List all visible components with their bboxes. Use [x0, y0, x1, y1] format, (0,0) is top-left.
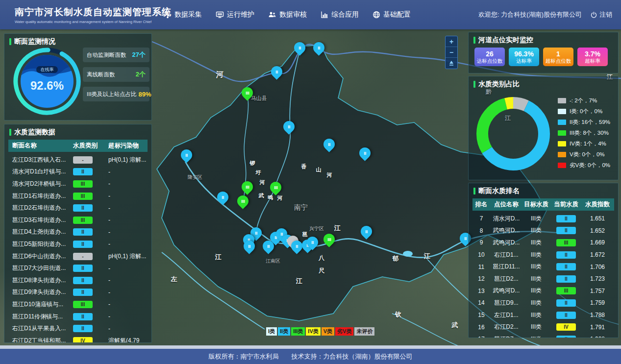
zoom-in-button[interactable]: + — [446, 36, 457, 47]
extent-icon — [448, 60, 454, 66]
marker-grade-label: II — [328, 142, 330, 147]
map-legend-item[interactable]: I类 — [266, 327, 277, 336]
quality-table-row[interactable]: 邕江D2石埠街道办...II- — [8, 202, 148, 214]
quality-table-row[interactable]: 邕江D4上尧街道办...II- — [8, 226, 148, 239]
logout-label: 注销 — [599, 10, 612, 19]
pie-legend-item: 劣V类: 0个，0% — [558, 162, 610, 169]
section-name: 邕江D8津头街道办... — [8, 276, 73, 285]
grade-badge: II — [556, 275, 576, 283]
copyright-text: 版权所有：南宁市水利局 技术支持：力合科技（湖南）股份有限公司 — [209, 352, 413, 361]
nav-data-audit[interactable]: 数据审核 — [268, 10, 307, 19]
quality-table-row[interactable]: 邕江D9津头街道办...II- — [8, 287, 148, 299]
nav-data-collection[interactable]: 数据采集 — [164, 10, 202, 19]
legend-label: III类: 8个，30% — [570, 129, 609, 137]
realtime-monitor-panel: 河道点位实时监控 26达标点位数96.3%达标率1超标点位数3.7%超标率 — [468, 32, 619, 73]
quality-table-row[interactable]: 邕江D11伶俐镇与...II- — [8, 311, 148, 323]
marker-grade-label: II — [288, 124, 290, 129]
panel-title: 水质类别占比 — [478, 80, 520, 89]
rank-table-row[interactable]: 14邕江D9...III类II1.759 — [472, 297, 614, 309]
quality-table-row[interactable]: 右江D2丁当镇和那...IV溶解氧(4.79 — [8, 335, 148, 343]
realtime-card[interactable]: 96.3%达标率 — [509, 48, 539, 66]
rank-index: 1.759 — [582, 299, 613, 306]
pollutant: - — [108, 313, 149, 320]
quality-table-row[interactable]: 邕江D8津头街道办...II- — [8, 274, 148, 287]
realtime-cards: 26达标点位数96.3%达标率1超标点位数3.7%超标率 — [469, 47, 618, 66]
rank-name: 武鸣河D... — [490, 226, 522, 235]
rank-panel: 断面水质排名 排名 点位名称 目标水质 当前水质 水质指数 7清水河D...II… — [468, 183, 619, 338]
map-legend-item[interactable]: III类 — [291, 327, 305, 336]
col-current-grade: 当前水质 — [550, 200, 582, 209]
quality-table-row[interactable]: 清水河D1白圩镇与...II- — [8, 166, 148, 178]
grade-badge: - — [73, 253, 93, 260]
pollutant: pH(0,1) 溶解... — [108, 252, 149, 261]
grade-badge: II — [73, 265, 93, 272]
legend-swatch — [558, 109, 566, 114]
nav-basic-config[interactable]: 基础配置 — [373, 10, 411, 19]
legend-swatch — [558, 130, 566, 136]
rank-table-row[interactable]: 12邕江D2...III类II1.723 — [472, 273, 614, 285]
logout-button[interactable]: 注销 — [591, 10, 612, 19]
quality-table-row[interactable]: 右江D1从平果县入...II- — [8, 322, 148, 335]
globe-icon — [373, 11, 380, 19]
rank-index: 1.706 — [582, 264, 613, 270]
realtime-card[interactable]: 1超标点位数 — [543, 48, 573, 66]
rank-target: III类 — [522, 335, 550, 338]
pollutant: - — [108, 193, 149, 199]
pie-legend-item: II类: 16个，59% — [558, 119, 610, 126]
pie-legend-item: I类: 0个，0% — [558, 108, 610, 115]
title-accent-bar — [9, 129, 11, 136]
gauge-value: 92.6% — [30, 79, 64, 92]
map-legend-item[interactable]: IV类 — [306, 327, 320, 336]
quality-table-row[interactable]: 邕江D1石埠街道办...III- — [8, 190, 148, 202]
nav-operation-maintenance[interactable]: 运行维护 — [216, 10, 254, 19]
rank-rank: 12 — [472, 275, 490, 282]
map-legend-item[interactable]: II类 — [278, 327, 290, 336]
nav-label: 运行维护 — [227, 10, 254, 19]
marker-grade-label: II — [296, 244, 298, 249]
realtime-card[interactable]: 3.7%超标率 — [577, 48, 608, 66]
rank-rank: 11 — [472, 264, 490, 270]
section-name: 邕江D4上尧街道办... — [8, 228, 73, 236]
quality-table-row[interactable]: 邕江D10蒲庙镇与...III- — [8, 298, 148, 311]
rank-rank: 10 — [472, 251, 490, 258]
quality-table-row[interactable]: 邕江D7大沙田街道...II- — [8, 262, 148, 274]
rank-target: III类 — [522, 299, 550, 307]
quality-table-row[interactable]: 左江D3江西镇入石...-pH(0,1) 溶解... — [8, 154, 148, 166]
rank-table-row[interactable]: 10右江D1...III类II1.672 — [472, 249, 614, 261]
rank-table-row[interactable]: 7清水河D...III类II1.651 — [472, 213, 614, 225]
top-header: 南宁市河长制水质自动监测管理系统 Water quality automatic… — [0, 0, 621, 29]
pollutant: - — [108, 169, 149, 175]
rank-name: 邕江D11... — [490, 263, 522, 271]
rank-table-row[interactable]: 9武鸣河D...III类III1.669 — [472, 237, 614, 249]
nav-comprehensive-app[interactable]: 综合应用 — [321, 10, 359, 19]
rank-table-row[interactable]: 8武鸣河D...III类II1.652 — [472, 225, 614, 237]
rank-table-row[interactable]: 17邕江D7...III类II1.908 — [472, 333, 614, 338]
rank-table-row[interactable]: 16右江D2...III类IV1.791 — [472, 321, 614, 333]
quality-table-row[interactable]: 清水河D2洋桥镇与...III- — [8, 178, 148, 190]
panel-title-row: 水质监测数据 — [4, 124, 151, 139]
map-legend-item[interactable]: 未评价 — [354, 327, 374, 336]
rank-rank: 13 — [472, 288, 490, 294]
quality-table-row[interactable]: 邕江D3石埠街道办...III- — [8, 214, 148, 226]
pie-legend-item: III类: 8个，30% — [558, 129, 610, 137]
map-legend-item[interactable]: V类 — [322, 327, 334, 336]
section-name: 邕江D11伶俐镇与... — [8, 313, 73, 321]
rank-target: III类 — [522, 275, 550, 283]
zoom-out-button[interactable]: − — [446, 47, 457, 58]
realtime-card[interactable]: 26达标点位数 — [474, 48, 505, 66]
rank-table-row[interactable]: 13武鸣河D...III类III1.757 — [472, 285, 614, 297]
marker-grade-label: III — [327, 237, 331, 242]
rank-table-row[interactable]: 11邕江D11...III类II1.706 — [472, 261, 614, 273]
quality-table-row[interactable]: 邕江D6中山街道办...-pH(0,1) 溶解... — [8, 250, 148, 263]
marker-grade-label: II — [364, 151, 366, 156]
rank-table-row[interactable]: 15左江D1...III类II1.788 — [472, 309, 614, 321]
rank-index: 1.651 — [582, 215, 613, 222]
map-legend-item[interactable]: 劣V类 — [335, 327, 353, 336]
zoom-extent-button[interactable] — [446, 58, 457, 69]
rank-rank: 17 — [472, 336, 490, 338]
grade-badge: II — [73, 313, 93, 320]
legend-label: I类: 0个，0% — [570, 108, 602, 115]
grade-badge: II — [556, 251, 576, 259]
main-nav: 数据采集 运行维护 数据审核 综合应用 基础配置 — [164, 10, 411, 19]
quality-table-row[interactable]: 邕江D5新阳街道办...II- — [8, 238, 148, 250]
